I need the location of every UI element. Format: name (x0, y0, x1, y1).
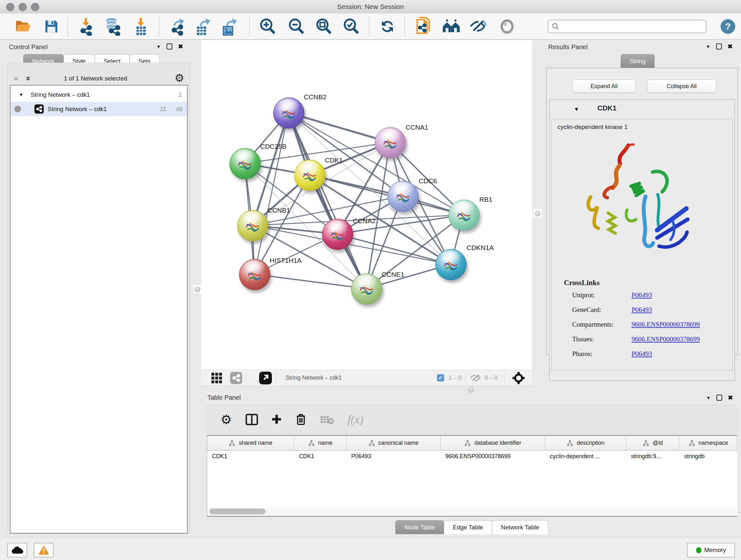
splitter-collapse-left[interactable] (193, 285, 201, 294)
network-node-CCNB1[interactable] (237, 210, 268, 241)
crosslink-link[interactable]: 9606.ENSP00000378699 (631, 335, 700, 343)
crosslink-link[interactable]: P06493 (631, 291, 652, 299)
zoom-in-icon (259, 17, 277, 36)
panel-close-icon[interactable]: ✖ (178, 44, 183, 50)
export-table-button[interactable] (193, 17, 214, 36)
crosslink-link[interactable]: P06493 (631, 306, 652, 314)
tab-network-table[interactable]: Network Table (492, 520, 548, 534)
network-collection-row[interactable]: ▼ String Network – cdk1 1 (10, 87, 187, 102)
network-node-CCNE1[interactable] (351, 273, 382, 305)
crosslink-link[interactable]: P06493 (631, 350, 652, 358)
network-row-selected[interactable]: String Network – cdk1 11 48 (10, 102, 187, 116)
node-label-CDKN1A: CDKN1A (467, 244, 494, 252)
zoom-fit-button[interactable] (314, 17, 334, 36)
add-column-icon[interactable]: ✚ (272, 414, 282, 426)
network-node-RB1[interactable] (448, 199, 480, 231)
reset-view-crosshair-icon[interactable] (512, 371, 525, 385)
zoom-in-button[interactable] (258, 17, 278, 36)
panel-menu-icon[interactable]: ▼ (706, 44, 711, 49)
tab-edge-table[interactable]: Edge Table (444, 520, 492, 534)
document-share-icon (415, 17, 432, 36)
cloud-button[interactable] (7, 543, 27, 557)
network-edge[interactable] (337, 234, 451, 264)
search-input[interactable] (562, 23, 703, 30)
function-builder-icon[interactable]: f(x) (347, 413, 363, 426)
network-node-CCNA1[interactable] (375, 127, 406, 159)
table-settings-gear-icon[interactable]: ⚙ (220, 413, 232, 426)
export-table-icon (194, 17, 212, 36)
network-node-CDC25B[interactable] (229, 148, 261, 179)
network-node-CCNA2[interactable] (322, 219, 353, 250)
first-neighbors-button[interactable] (441, 17, 462, 36)
panel-close-icon[interactable]: ✖ (728, 395, 733, 401)
export-network-icon (169, 17, 187, 36)
export-image-button[interactable] (219, 17, 240, 36)
network-node-CDK1[interactable] (294, 160, 326, 191)
expand-all-button[interactable]: Expand All (572, 79, 636, 93)
delete-column-trash-icon[interactable] (295, 413, 307, 426)
network-options-gear-icon[interactable]: ⚙ (175, 72, 184, 83)
tab-node-table[interactable]: Node Table (395, 520, 444, 534)
column-header-name[interactable]: name (294, 436, 347, 450)
splitter-collapse-right[interactable] (533, 209, 542, 217)
cloud-icon (11, 545, 23, 555)
import-network-database-button[interactable] (100, 17, 124, 36)
open-session-button[interactable] (13, 17, 33, 36)
network-edge[interactable] (310, 175, 464, 215)
panel-menu-icon[interactable]: ▼ (156, 44, 161, 49)
hidden-eye-icon[interactable] (469, 373, 482, 383)
panel-float-icon[interactable] (716, 44, 722, 50)
open-in-window-button[interactable] (259, 372, 272, 384)
column-header-database-identifier[interactable]: database identifier (441, 436, 545, 450)
network-view-canvas[interactable]: CCNB2CCNA1CDC25BCDK1CDC6RB1CCNB1CCNA2CDK… (201, 40, 532, 370)
network-tab-content: » » 1 of 1 Network selected ⚙ ▼ String N… (7, 63, 190, 534)
tab-string[interactable]: String (621, 54, 655, 68)
panel-float-icon[interactable] (717, 395, 722, 401)
control-panel-title: Control Panel (9, 44, 48, 51)
column-header-canonical-name[interactable]: canonical name (347, 436, 441, 450)
export-network-button[interactable] (168, 17, 188, 36)
scrollbar-thumb[interactable] (209, 509, 266, 514)
column-header-description[interactable]: description (545, 436, 626, 450)
table-row[interactable]: CDK1CDK1P064939606.ENSP00000378699cyclin… (207, 450, 737, 463)
panel-menu-icon[interactable]: ▼ (706, 395, 711, 400)
import-network-file-button[interactable] (77, 17, 95, 36)
hide-selected-button[interactable] (468, 17, 488, 36)
column-header-shared-name[interactable]: shared name (207, 436, 294, 450)
status-bar: Memory (0, 537, 741, 560)
column-header--id[interactable]: @id (626, 436, 679, 450)
import-table-button[interactable] (130, 17, 151, 36)
copy-network-button[interactable] (414, 17, 433, 36)
column-label: canonical name (379, 440, 419, 446)
column-header-namespace[interactable]: namespace (679, 436, 737, 450)
network-node-CDC6[interactable] (387, 181, 419, 212)
delete-table-icon[interactable] (320, 415, 334, 425)
network-node-CCNB2[interactable] (273, 98, 305, 129)
zoom-selected-button[interactable] (341, 17, 361, 36)
import-network-icon (77, 17, 94, 36)
panel-float-icon[interactable] (166, 44, 172, 50)
help-button[interactable]: ? (721, 19, 735, 34)
network-edge[interactable] (254, 274, 366, 289)
entry-collapse-icon[interactable]: ▼ (574, 107, 579, 112)
show-all-button[interactable] (498, 17, 516, 36)
network-share-icon[interactable] (230, 372, 242, 384)
node-label-CCNB2: CCNB2 (304, 93, 327, 101)
show-columns-icon[interactable] (246, 414, 258, 425)
warnings-button[interactable] (34, 543, 54, 557)
crosslink-link[interactable]: 9606.ENSP00000378699 (631, 320, 700, 328)
node-gloss (278, 99, 300, 113)
tree-expander-icon[interactable]: ▼ (19, 92, 23, 98)
selected-nodes-checkbox[interactable]: ✓ (437, 374, 444, 381)
collapse-all-button[interactable]: Collapse All (647, 79, 717, 93)
birds-eye-grid-icon[interactable] (211, 372, 222, 384)
save-session-button[interactable] (43, 17, 60, 36)
panel-close-icon[interactable]: ✖ (728, 44, 733, 50)
network-node-CDKN1A[interactable] (435, 249, 467, 280)
import-table-icon (131, 17, 150, 36)
network-node-HIST1H1A[interactable] (239, 259, 270, 290)
table-horizontal-scrollbar[interactable] (207, 508, 736, 515)
memory-button[interactable]: Memory (687, 543, 735, 557)
refresh-button[interactable] (378, 17, 397, 36)
zoom-out-button[interactable] (286, 17, 307, 36)
